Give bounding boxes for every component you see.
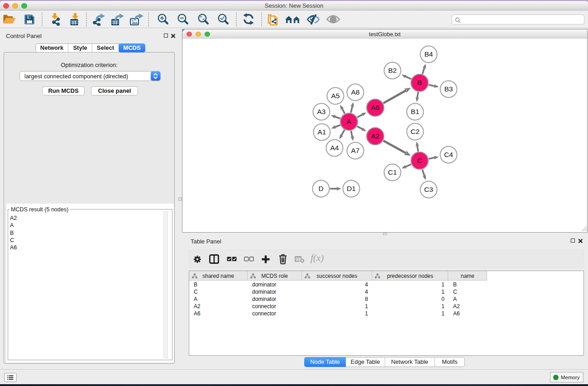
svg-text:A8: A8 bbox=[351, 88, 360, 96]
svg-text:B: B bbox=[417, 79, 422, 86]
svg-text:C4: C4 bbox=[444, 151, 453, 158]
svg-text:C3: C3 bbox=[424, 186, 433, 193]
svg-text:A1: A1 bbox=[318, 128, 326, 136]
svg-text:A: A bbox=[347, 118, 352, 125]
svg-text:A7: A7 bbox=[351, 147, 360, 154]
svg-text:B3: B3 bbox=[445, 85, 453, 93]
svg-text:A3: A3 bbox=[317, 108, 326, 115]
svg-text:C2: C2 bbox=[411, 128, 420, 135]
svg-text:B2: B2 bbox=[388, 67, 397, 74]
svg-text:B4: B4 bbox=[425, 50, 433, 58]
svg-text:A4: A4 bbox=[330, 144, 339, 152]
svg-text:D1: D1 bbox=[347, 185, 356, 192]
svg-text:A5: A5 bbox=[331, 92, 340, 100]
svg-text:A2: A2 bbox=[371, 132, 380, 140]
svg-text:C1: C1 bbox=[388, 168, 397, 176]
svg-text:A6: A6 bbox=[371, 104, 380, 111]
svg-text:C: C bbox=[417, 157, 422, 164]
svg-text:B1: B1 bbox=[411, 108, 420, 115]
svg-text:D: D bbox=[318, 185, 323, 192]
